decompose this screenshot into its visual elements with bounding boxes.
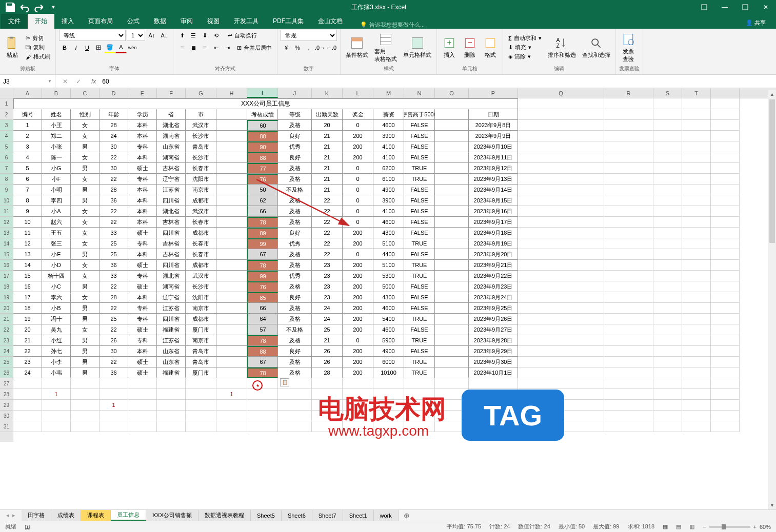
cell[interactable] — [435, 324, 469, 335]
row-header[interactable]: 4 — [0, 131, 13, 141]
cell[interactable] — [604, 281, 653, 292]
row-header[interactable]: 26 — [0, 367, 13, 378]
cell[interactable] — [435, 141, 469, 152]
cell[interactable]: 23 — [312, 271, 343, 281]
vertical-scrollbar[interactable]: ▲ ▼ — [768, 90, 776, 509]
cell[interactable]: 200 — [343, 141, 373, 152]
cell[interactable] — [157, 421, 186, 432]
cell[interactable]: 编号 — [13, 109, 42, 120]
cell[interactable]: 男 — [71, 163, 100, 174]
cell[interactable]: 30 — [100, 346, 128, 357]
row-header[interactable]: 1 — [0, 98, 13, 109]
cell[interactable] — [682, 185, 711, 195]
cell[interactable] — [518, 249, 604, 260]
row-header[interactable]: 29 — [0, 400, 13, 411]
comma-icon[interactable]: , — [303, 42, 314, 53]
cell[interactable] — [604, 411, 653, 421]
cell[interactable] — [682, 314, 711, 324]
cell[interactable]: 88 — [247, 152, 278, 163]
cell[interactable] — [435, 378, 469, 389]
cell[interactable] — [682, 249, 711, 260]
cell[interactable] — [435, 400, 469, 411]
cell[interactable] — [711, 421, 740, 432]
cell[interactable]: FALSE — [404, 206, 435, 217]
cell[interactable] — [435, 249, 469, 260]
cell[interactable]: 28 — [100, 120, 128, 131]
cell[interactable] — [278, 411, 312, 421]
font-name-select[interactable]: 等线 — [59, 30, 126, 41]
formula-input[interactable]: 60 — [99, 78, 776, 85]
cell[interactable]: 2023年9月19日 — [469, 238, 518, 249]
cell[interactable]: 26 — [312, 357, 343, 367]
cell[interactable] — [518, 292, 604, 303]
cell[interactable] — [711, 98, 740, 109]
cell[interactable] — [100, 389, 128, 400]
cell[interactable] — [711, 185, 740, 195]
cell[interactable] — [711, 400, 740, 411]
cell[interactable] — [518, 411, 604, 421]
invoice-check-button[interactable]: 发票 查验 — [619, 31, 638, 64]
cell[interactable]: FALSE — [404, 131, 435, 141]
cell[interactable]: 冯十 — [42, 314, 71, 324]
cell[interactable]: 25 — [100, 238, 128, 249]
row-header[interactable]: 31 — [0, 421, 13, 432]
cut-button[interactable]: ✂剪切 — [24, 34, 52, 43]
cell[interactable]: 等级 — [278, 109, 312, 120]
cell[interactable] — [653, 281, 682, 292]
cell[interactable]: 2023年9月13日 — [469, 174, 518, 185]
cell[interactable] — [216, 271, 247, 281]
clear-button[interactable]: ◈ 清除 ▾ — [506, 52, 544, 61]
align-top-icon[interactable]: ⬆ — [176, 30, 188, 41]
cell[interactable]: 4600 — [373, 217, 404, 228]
cell[interactable] — [653, 131, 682, 141]
row-header[interactable]: 23 — [0, 335, 13, 346]
cell[interactable] — [518, 163, 604, 174]
cell[interactable]: 2023年9月11日 — [469, 152, 518, 163]
cell[interactable] — [404, 400, 435, 411]
cell[interactable]: 200 — [343, 281, 373, 292]
zoom-slider[interactable] — [709, 526, 750, 528]
cell[interactable] — [653, 260, 682, 271]
cell[interactable] — [604, 152, 653, 163]
cell[interactable]: 2023年9月20日 — [469, 249, 518, 260]
cell[interactable]: TRUE — [404, 335, 435, 346]
col-header[interactable]: C — [71, 88, 100, 98]
cell[interactable] — [604, 314, 653, 324]
cell[interactable]: 成都市 — [186, 314, 216, 324]
cell[interactable] — [711, 260, 740, 271]
cell[interactable]: 长春市 — [186, 249, 216, 260]
copy-button[interactable]: ⿻复制 — [24, 43, 52, 52]
cell[interactable] — [435, 271, 469, 281]
cell[interactable] — [186, 400, 216, 411]
scroll-down-icon[interactable]: ▼ — [768, 501, 776, 509]
cell[interactable]: 小张 — [42, 141, 71, 152]
cell[interactable] — [100, 421, 128, 432]
cell[interactable]: 女 — [71, 174, 100, 185]
cell[interactable] — [247, 400, 278, 411]
paste-button[interactable]: 粘贴 — [3, 35, 22, 60]
cell[interactable]: 200 — [343, 131, 373, 141]
cell[interactable] — [711, 152, 740, 163]
cell[interactable] — [435, 228, 469, 238]
cell[interactable] — [518, 314, 604, 324]
cell[interactable] — [711, 378, 740, 389]
view-normal-icon[interactable]: ▦ — [663, 523, 668, 530]
cell[interactable]: 良好 — [278, 228, 312, 238]
cell[interactable]: 及格 — [278, 303, 312, 314]
cell[interactable] — [604, 98, 653, 109]
cell[interactable]: 2023年9月18日 — [469, 228, 518, 238]
cell[interactable]: 湖北省 — [157, 120, 186, 131]
cell[interactable]: 25 — [100, 314, 128, 324]
cell[interactable]: 长春市 — [186, 217, 216, 228]
cell[interactable] — [711, 346, 740, 357]
cell[interactable]: 0 — [343, 335, 373, 346]
cell[interactable] — [604, 335, 653, 346]
sheet-last-icon[interactable]: ▸ — [11, 512, 16, 519]
save-icon[interactable] — [4, 2, 16, 13]
cell[interactable]: 12 — [13, 238, 42, 249]
cell[interactable] — [604, 217, 653, 228]
cell[interactable]: 2023年9月28日 — [469, 335, 518, 346]
cell[interactable]: 及格 — [278, 260, 312, 271]
cell[interactable]: 沈阳市 — [186, 292, 216, 303]
cell[interactable] — [604, 141, 653, 152]
